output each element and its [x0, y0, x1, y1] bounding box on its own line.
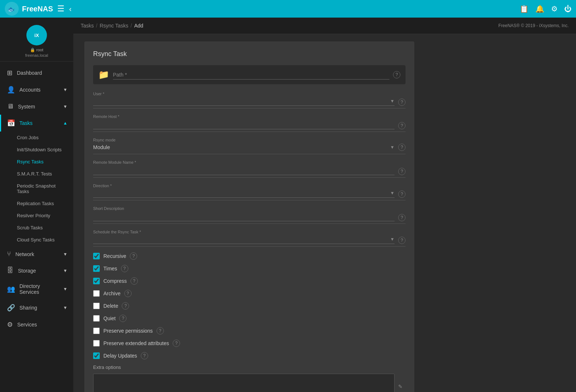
compress-label: Compress [103, 278, 127, 284]
times-help-icon[interactable]: ? [121, 265, 128, 272]
path-field-container: 📁 ? [93, 65, 406, 84]
user-help-icon[interactable]: ? [398, 99, 406, 106]
sidebar: iX 🔒 root freenas.local ⊞ Dashboard 👤 Ac… [0, 18, 73, 392]
remote-host-field: Remote Host * [93, 114, 395, 129]
sidebar-item-services[interactable]: ⚙ Services [0, 316, 73, 333]
sidebar-item-network[interactable]: ⑂ Network ▼ [0, 246, 73, 262]
sidebar-item-replication-tasks[interactable]: Replication Tasks [0, 197, 73, 210]
edit-icon[interactable]: ✎ [398, 384, 406, 389]
checkboxes-container: Recursive ? Times ? Compress ? [93, 252, 406, 359]
sidebar-item-accounts[interactable]: 👤 Accounts ▼ [0, 81, 73, 98]
user-field: User * ▼ [93, 92, 395, 106]
sidebar-item-rsync-tasks[interactable]: Rsync Tasks [0, 156, 73, 168]
dashboard-icon: ⊞ [7, 69, 12, 77]
schedule-select[interactable]: Hourly Daily Weekly Monthly Custom [93, 235, 395, 244]
breadcrumb-bar: Tasks / Rsync Tasks / Add FreeNAS® © 201… [73, 18, 576, 34]
preserve-extended-help-icon[interactable]: ? [173, 340, 180, 347]
times-row: Times ? [93, 265, 406, 272]
direction-help-icon[interactable]: ? [398, 191, 406, 198]
preserve-extended-checkbox[interactable] [93, 340, 100, 347]
chevron-down-icon: ▼ [63, 286, 67, 292]
path-input[interactable] [113, 70, 389, 79]
quiet-help-icon[interactable]: ? [119, 315, 126, 322]
delete-label: Delete [103, 303, 118, 309]
rsync-mode-select[interactable]: Module SSH [93, 143, 386, 152]
remote-host-row: Remote Host * ? [93, 114, 406, 132]
breadcrumb-tasks[interactable]: Tasks [81, 23, 94, 29]
form-container: Rsync Task 📁 ? User * ▼ ? [73, 34, 576, 392]
compress-checkbox[interactable] [93, 278, 100, 284]
sidebar-item-periodic-snapshot[interactable]: Periodic Snapshot Tasks [0, 180, 73, 197]
archive-label: Archive [103, 291, 121, 296]
short-desc-row: Short Description ? [93, 206, 406, 224]
sidebar-item-init-shutdown[interactable]: Init/Shutdown Scripts [0, 144, 73, 156]
quiet-checkbox[interactable] [93, 315, 100, 322]
short-desc-input[interactable] [93, 212, 395, 221]
remote-module-input[interactable] [93, 166, 395, 175]
network-icon: ⑂ [7, 250, 11, 258]
sidebar-item-tasks[interactable]: 📅 Tasks ▲ [0, 115, 73, 132]
user-row: User * ▼ ? [93, 92, 406, 108]
preserve-permissions-label: Preserve permissions [103, 328, 153, 334]
sidebar-item-directory-services[interactable]: 👥 Directory Services ▼ [0, 279, 73, 299]
extra-options-label: Extra options [93, 365, 406, 370]
sidebar-item-smart-tests[interactable]: S.M.A.R.T. Tests [0, 168, 73, 180]
recursive-help-icon[interactable]: ? [130, 252, 137, 260]
remote-host-help-icon[interactable]: ? [398, 122, 406, 129]
delete-checkbox[interactable] [93, 303, 100, 309]
notifications-icon[interactable]: 🔔 [535, 4, 544, 13]
rsync-mode-row: Module SSH ▼ ? [93, 143, 406, 154]
accounts-icon: 👤 [7, 86, 15, 94]
sidebar-item-system[interactable]: 🖥 System ▼ [0, 98, 73, 115]
times-checkbox[interactable] [93, 265, 100, 272]
delay-updates-checkbox[interactable] [93, 352, 100, 359]
remote-module-row: Remote Module Name * ? [93, 160, 406, 178]
archive-help-icon[interactable]: ? [124, 290, 132, 297]
sidebar-item-label: Accounts [19, 87, 41, 93]
quiet-label: Quiet [103, 315, 115, 321]
recursive-row: Recursive ? [93, 252, 406, 260]
short-desc-help-icon[interactable]: ? [398, 214, 406, 221]
chevron-down-icon: ▼ [63, 104, 67, 109]
sidebar-item-sharing[interactable]: 🔗 Sharing ▼ [0, 299, 73, 316]
remote-module-help-icon[interactable]: ? [398, 168, 406, 175]
compress-help-icon[interactable]: ? [131, 277, 138, 285]
chevron-down-icon: ▼ [63, 268, 67, 273]
sidebar-item-storage[interactable]: 🗄 Storage ▼ [0, 262, 73, 279]
delete-help-icon[interactable]: ? [122, 302, 129, 310]
schedule-help-icon[interactable]: ? [398, 237, 406, 244]
recursive-checkbox[interactable] [93, 253, 100, 259]
sidebar-item-label: Tasks [19, 120, 33, 126]
preserve-permissions-help-icon[interactable]: ? [157, 327, 164, 334]
sidebar-item-cron-jobs[interactable]: Cron Jobs [0, 132, 73, 144]
settings-icon[interactable]: ⚙ [551, 4, 558, 13]
preserve-permissions-checkbox[interactable] [93, 328, 100, 334]
power-icon[interactable]: ⏻ [564, 5, 572, 13]
extra-options-textarea[interactable] [93, 374, 395, 392]
rsync-mode-help-icon[interactable]: ? [398, 144, 406, 151]
folder-icon: 📁 [98, 70, 109, 80]
user-input[interactable] [93, 97, 395, 106]
tasks-icon[interactable]: 📋 [520, 4, 529, 13]
remote-host-label: Remote Host * [93, 114, 395, 119]
sidebar-item-resilver-priority[interactable]: Resilver Priority [0, 210, 73, 222]
hamburger-menu-icon[interactable]: ☰ [57, 4, 65, 14]
direction-select[interactable]: Push Pull [93, 189, 395, 198]
sidebar-item-scrub-tasks[interactable]: Scrub Tasks [0, 222, 73, 234]
sidebar-item-cloud-sync-tasks[interactable]: Cloud Sync Tasks [0, 234, 73, 246]
sidebar-item-dashboard[interactable]: ⊞ Dashboard [0, 64, 73, 81]
form-title: Rsync Task [93, 50, 406, 58]
schedule-field: Schedule the Rsync Task * Hourly Daily W… [93, 230, 395, 244]
user-label: User * [93, 92, 395, 96]
breadcrumb-rsync-tasks[interactable]: Rsync Tasks [100, 23, 128, 29]
archive-checkbox[interactable] [93, 290, 100, 297]
back-icon[interactable]: ‹ [69, 5, 71, 13]
logo: 🐟 FreeNAS [4, 1, 53, 16]
path-help-icon[interactable]: ? [393, 71, 400, 78]
delay-updates-help-icon[interactable]: ? [141, 352, 148, 359]
rsync-mode-arrow-icon: ▼ [390, 145, 395, 150]
direction-label: Direction * [93, 184, 395, 188]
breadcrumb-sep-2: / [131, 23, 132, 29]
sharing-icon: 🔗 [7, 304, 15, 312]
remote-host-input[interactable] [93, 120, 395, 129]
